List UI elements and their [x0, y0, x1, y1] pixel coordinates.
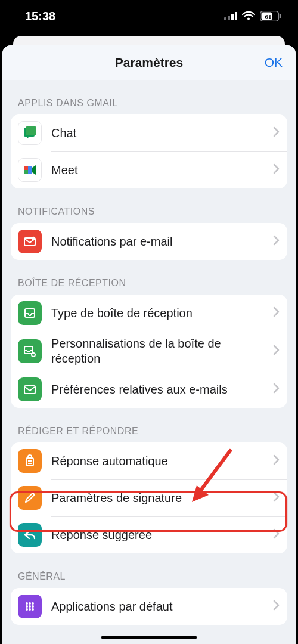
svg-rect-13: [28, 166, 32, 174]
row-signature-settings[interactable]: Paramètres de signature: [11, 479, 287, 516]
row-label: Type de boîte de réception: [51, 306, 273, 321]
row-inbox-custom[interactable]: Personnalisations de la boîte de récepti…: [11, 332, 287, 371]
chevron-right-icon: [273, 383, 280, 396]
svg-point-27: [26, 608, 28, 611]
chevron-right-icon: [273, 491, 280, 504]
svg-rect-9: [26, 126, 36, 135]
row-email-prefs[interactable]: Préférences relatives aux e-mails: [11, 371, 287, 408]
chat-icon: [18, 121, 42, 145]
row-auto-reply[interactable]: Réponse automatique: [11, 442, 287, 479]
chevron-right-icon: [273, 306, 280, 320]
chevron-right-icon: [273, 345, 280, 358]
svg-rect-1: [228, 16, 230, 20]
inbox-type-icon: [18, 301, 42, 325]
svg-point-21: [26, 602, 28, 605]
row-chat[interactable]: Chat: [11, 114, 287, 151]
cellular-icon: [224, 12, 237, 20]
battery-icon: 61: [260, 11, 281, 21]
default-apps-icon: [18, 595, 42, 618]
svg-text:61: 61: [265, 13, 272, 20]
svg-rect-6: [280, 14, 281, 18]
svg-point-18: [32, 353, 35, 357]
svg-point-23: [32, 602, 34, 605]
section-header-notif: NOTIFICATIONS: [2, 188, 296, 223]
row-label: Réponse suggérée: [51, 528, 273, 543]
row-label: Paramètres de signature: [51, 491, 273, 506]
inbox-custom-icon: [18, 339, 42, 363]
section-header-compose: RÉDIGER ET RÉPONDRE: [2, 408, 296, 442]
home-indicator: [101, 636, 197, 639]
svg-rect-0: [224, 17, 226, 20]
row-label: Meet: [51, 163, 273, 178]
row-label: Réponse automatique: [51, 454, 273, 469]
meet-icon: [18, 158, 42, 182]
mail-prefs-icon: [18, 377, 42, 401]
svg-rect-11: [24, 166, 28, 170]
nav-bar: Paramètres OK: [2, 45, 296, 80]
chevron-right-icon: [273, 528, 280, 541]
status-right: 61: [224, 11, 281, 21]
status-bar: 15:38 61: [0, 0, 298, 35]
signature-icon: [18, 486, 42, 510]
row-label: Personnalisations de la boîte de récepti…: [51, 336, 273, 366]
section-header-apps: APPLIS DANS GMAIL: [2, 80, 296, 114]
chevron-right-icon: [273, 235, 280, 248]
svg-point-25: [29, 605, 31, 608]
row-label: Applications par défaut: [51, 599, 273, 614]
group-apps: Chat Meet: [11, 114, 287, 188]
svg-point-26: [32, 605, 34, 608]
group-general: Applications par défaut: [11, 588, 287, 625]
chevron-right-icon: [273, 126, 280, 140]
smart-reply-icon: [18, 523, 42, 547]
section-header-general: GÉNÉRAL: [2, 553, 296, 588]
settings-sheet: Paramètres OK APPLIS DANS GMAIL Chat: [2, 45, 296, 644]
svg-rect-3: [235, 12, 237, 20]
svg-rect-19: [24, 386, 35, 394]
chevron-right-icon: [273, 163, 280, 177]
settings-scroll[interactable]: APPLIS DANS GMAIL Chat: [2, 80, 296, 644]
row-email-notifications[interactable]: Notifications par e-mail: [11, 223, 287, 260]
ok-button[interactable]: OK: [265, 45, 283, 80]
chevron-right-icon: [273, 600, 280, 613]
svg-rect-12: [24, 170, 28, 174]
row-smart-reply[interactable]: Réponse suggérée: [11, 516, 287, 553]
group-notif: Notifications par e-mail: [11, 223, 287, 260]
group-inbox: Type de boîte de réception Personnalisat…: [11, 295, 287, 408]
svg-rect-20: [26, 458, 33, 466]
row-meet[interactable]: Meet: [11, 151, 287, 188]
svg-point-24: [26, 605, 28, 608]
auto-reply-icon: [18, 449, 42, 473]
mail-notif-icon: [18, 230, 42, 253]
row-label: Notifications par e-mail: [51, 234, 273, 249]
svg-point-15: [32, 237, 35, 240]
status-time: 15:38: [25, 10, 55, 23]
row-label: Préférences relatives aux e-mails: [51, 382, 273, 397]
svg-point-22: [29, 602, 31, 605]
section-header-inbox: BOÎTE DE RÉCEPTION: [2, 260, 296, 295]
svg-point-28: [29, 608, 31, 611]
chevron-right-icon: [273, 454, 280, 467]
row-label: Chat: [51, 126, 273, 141]
svg-rect-2: [231, 14, 234, 20]
group-compose: Réponse automatique Paramètres de signat…: [11, 442, 287, 553]
row-default-apps[interactable]: Applications par défaut: [11, 588, 287, 625]
wifi-icon: [242, 11, 255, 21]
row-inbox-type[interactable]: Type de boîte de réception: [11, 295, 287, 332]
svg-point-29: [32, 608, 34, 611]
page-title: Paramètres: [115, 55, 183, 70]
